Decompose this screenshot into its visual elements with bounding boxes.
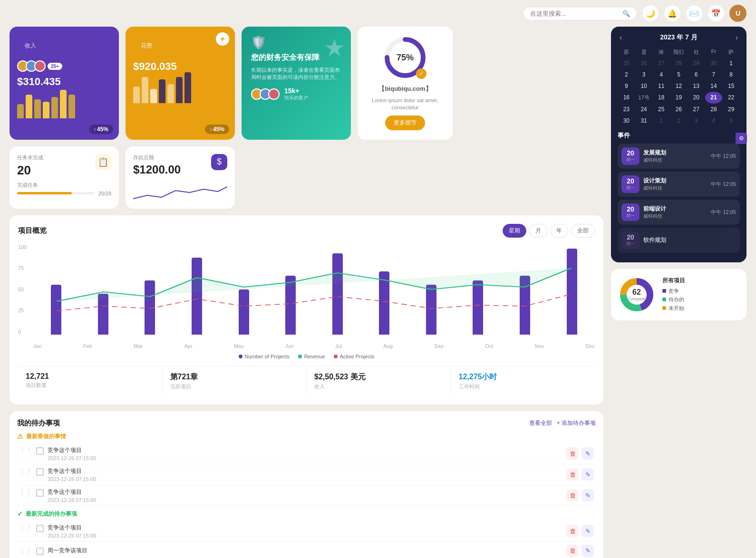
cal-day[interactable]: 15: [722, 80, 740, 92]
search-input[interactable]: [530, 10, 619, 17]
edit-todo-1[interactable]: ✎: [582, 447, 594, 460]
delete-todo-4[interactable]: 🗑: [566, 525, 579, 537]
cal-day[interactable]: 4: [705, 115, 723, 126]
cal-day[interactable]: 14: [705, 80, 723, 92]
cal-day[interactable]: 2: [618, 69, 635, 80]
cal-day[interactable]: 7: [705, 69, 723, 80]
moon-icon[interactable]: 🌙: [642, 5, 659, 22]
drag-handle-5: ⋮⋮: [19, 547, 32, 554]
tab-all[interactable]: 全部: [571, 224, 595, 238]
bar-oct: [473, 280, 483, 335]
mail-icon[interactable]: ✉️: [686, 5, 703, 22]
cal-day[interactable]: 9: [618, 80, 635, 92]
tasks-label: 任务未完成: [17, 154, 43, 161]
calendar-grid: 苏 是 涂 我们 社 Fr 萨 25 26 27 28 29 30 1 2 3 …: [618, 47, 740, 126]
cal-day[interactable]: 1: [722, 58, 740, 69]
cal-day[interactable]: 8: [722, 69, 740, 80]
todo-header: 我的待办事项 查看全部 + 添加待办事项: [17, 419, 596, 428]
revenue-chart: [17, 95, 111, 118]
cal-day[interactable]: 25: [618, 58, 635, 69]
todo-checkbox-1[interactable]: [36, 447, 44, 455]
edit-todo-4[interactable]: ✎: [582, 525, 594, 537]
cal-day[interactable]: 10: [635, 80, 653, 92]
settings-gear-icon: ⚙: [739, 135, 744, 142]
avatar[interactable]: U: [729, 5, 746, 22]
todo-checkbox-3[interactable]: [36, 489, 44, 497]
cal-day[interactable]: 29: [688, 58, 705, 69]
cal-prev-button[interactable]: ‹: [618, 33, 624, 42]
cal-day[interactable]: 29: [722, 104, 740, 115]
search-bar[interactable]: 🔍: [523, 7, 637, 20]
cal-day[interactable]: 30: [618, 115, 635, 126]
tab-month[interactable]: 月: [529, 224, 547, 238]
cal-day[interactable]: 28: [705, 104, 723, 115]
cal-day[interactable]: 4: [652, 69, 670, 80]
edit-todo-5[interactable]: ✎: [582, 545, 594, 557]
cal-day[interactable]: 31: [635, 115, 653, 126]
tasks-progress-label: 完成任务: [17, 182, 111, 189]
stat-revenue-label: 收入: [314, 383, 443, 390]
cal-day[interactable]: 24: [635, 104, 653, 115]
cal-next-button[interactable]: ›: [734, 33, 740, 42]
cal-day[interactable]: 2: [670, 115, 688, 126]
bell-icon[interactable]: 🔔: [664, 5, 681, 22]
cal-day[interactable]: 16: [618, 92, 635, 104]
cal-day[interactable]: 5: [670, 69, 688, 80]
cal-day[interactable]: 27: [652, 58, 670, 69]
calendar-settings-button[interactable]: ⚙: [736, 133, 747, 144]
cal-day[interactable]: 1: [652, 115, 670, 126]
bar-2: [26, 95, 32, 118]
legend-pending: 待办的: [662, 296, 740, 303]
cal-day[interactable]: 18: [652, 92, 670, 104]
todo-title-3: 竞争这个项目: [48, 488, 562, 496]
stat-projects-label: 项目数量: [26, 382, 155, 389]
todo-checkbox-4[interactable]: [36, 525, 44, 532]
cal-day[interactable]: 25: [652, 104, 670, 115]
bar-feb: [98, 294, 108, 335]
cal-day[interactable]: 3: [688, 115, 705, 126]
promo-footer: 15k+ 快乐的客户: [251, 87, 341, 101]
add-expense-button[interactable]: +: [216, 32, 229, 46]
cal-day[interactable]: 17号: [635, 92, 653, 104]
view-all-link[interactable]: 查看全部: [529, 419, 552, 427]
cal-day[interactable]: 30: [705, 58, 723, 69]
delete-todo-5[interactable]: 🗑: [566, 545, 579, 557]
cal-day[interactable]: 11: [652, 80, 670, 92]
cal-day[interactable]: 23: [618, 104, 635, 115]
cal-day[interactable]: 12: [670, 80, 688, 92]
add-todo-button[interactable]: + 添加待办事项: [557, 419, 596, 427]
cal-day[interactable]: 27: [688, 104, 705, 115]
todo-date-1: 2023-12-26 07:15:00: [48, 455, 562, 461]
delete-todo-2[interactable]: 🗑: [566, 468, 579, 481]
cal-day[interactable]: 3: [635, 69, 653, 80]
todo-title: 我的待办事项: [17, 419, 60, 428]
bar-5: [51, 97, 58, 118]
cal-day[interactable]: 6: [688, 69, 705, 80]
todo-item-4: ⋮⋮ 竞争这个项目 2023-12-26 07:15:00 🗑 ✎: [17, 521, 596, 542]
cal-day-today[interactable]: 21: [705, 92, 723, 104]
todo-checkbox-2[interactable]: [36, 468, 44, 476]
promo-card: 🛡️ 您的财务安全有保障 长期以来的事实是，读者在查看页面布局时会被页面的可读内…: [242, 27, 351, 140]
search-icon: 🔍: [622, 10, 630, 17]
cal-day[interactable]: 20: [688, 92, 705, 104]
delete-todo-3[interactable]: 🗑: [566, 489, 579, 501]
cal-day[interactable]: 19: [670, 92, 688, 104]
drag-handle-4: ⋮⋮: [19, 524, 32, 531]
calendar-icon[interactable]: 📅: [708, 5, 725, 22]
edit-todo-2[interactable]: ✎: [582, 468, 594, 481]
delete-todo-1[interactable]: 🗑: [566, 447, 579, 460]
edit-todo-3[interactable]: ✎: [582, 489, 594, 501]
circle-progress: 75% ✓: [384, 36, 426, 79]
cal-day[interactable]: 26: [670, 104, 688, 115]
tab-week[interactable]: 星期: [503, 224, 526, 238]
event-time-3: 中午 12:05: [711, 209, 736, 216]
cal-day[interactable]: 26: [635, 58, 653, 69]
cal-day[interactable]: 5: [722, 115, 740, 126]
cal-day[interactable]: 28: [670, 58, 688, 69]
customer-label: 快乐的客户: [284, 95, 308, 101]
cal-day[interactable]: 13: [688, 80, 705, 92]
tab-year[interactable]: 年: [550, 224, 568, 238]
todo-checkbox-5[interactable]: [36, 548, 44, 555]
cal-day[interactable]: 22: [722, 92, 740, 104]
more-details-button[interactable]: 更多细节: [385, 115, 425, 130]
